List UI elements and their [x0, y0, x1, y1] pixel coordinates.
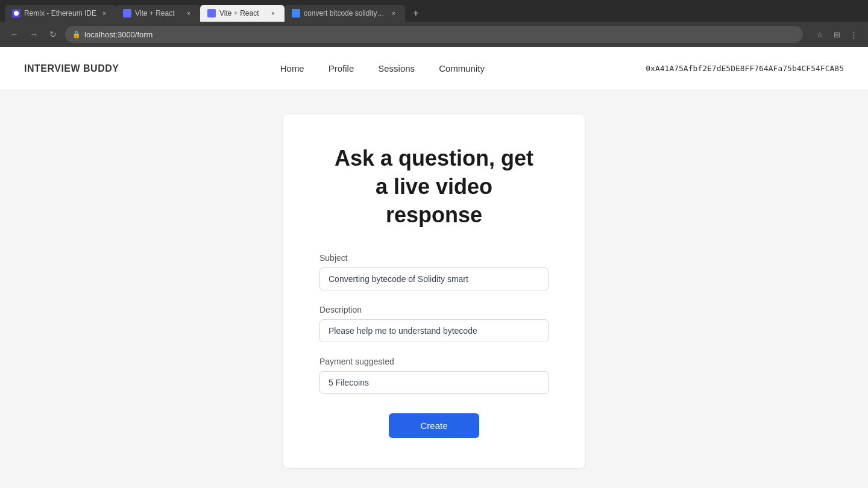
vite1-favicon — [123, 9, 131, 17]
tab-vite1-title: Vite + React — [135, 9, 181, 17]
vite2-favicon — [207, 9, 216, 17]
subject-input[interactable] — [319, 267, 549, 290]
forward-button[interactable]: → — [27, 27, 41, 42]
browser-chrome: Remix - Ethereum IDE × Vite + React × Vi… — [0, 0, 868, 47]
reload-button[interactable]: ↻ — [46, 27, 60, 42]
tab-remix-close[interactable]: × — [100, 9, 108, 17]
payment-input[interactable] — [319, 371, 549, 394]
subject-group: Subject — [319, 253, 549, 290]
nav-home[interactable]: Home — [280, 58, 304, 78]
url-bar[interactable]: 🔒 localhost:3000/form — [65, 26, 803, 43]
lock-icon: 🔒 — [72, 31, 81, 39]
google-favicon — [292, 9, 300, 17]
nav-brand: INTERVIEW BUDDY — [24, 63, 119, 74]
tab-remix[interactable]: Remix - Ethereum IDE × — [5, 5, 116, 22]
menu-button[interactable]: ⋮ — [846, 27, 861, 42]
description-input[interactable] — [319, 319, 549, 342]
url-text: localhost:3000/form — [84, 30, 153, 39]
payment-group: Payment suggested — [319, 357, 549, 394]
payment-label: Payment suggested — [319, 357, 549, 366]
form-heading: Ask a question, get a live video respons… — [319, 145, 549, 229]
bookmark-button[interactable]: ☆ — [813, 27, 827, 42]
tab-google-title: convert bitcode solidity - Goo... — [304, 9, 386, 17]
navbar: INTERVIEW BUDDY Home Profile Sessions Co… — [0, 47, 868, 90]
main-content: Ask a question, get a live video respons… — [0, 90, 868, 488]
heading-line1: Ask a question, get — [335, 146, 533, 170]
nav-sessions[interactable]: Sessions — [378, 58, 415, 78]
heading-line3: response — [386, 202, 482, 227]
create-button[interactable]: Create — [389, 413, 479, 438]
tab-vite2[interactable]: Vite + React × — [200, 5, 285, 22]
nav-links: Home Profile Sessions Community — [280, 58, 485, 78]
description-group: Description — [319, 305, 549, 342]
page-content: INTERVIEW BUDDY Home Profile Sessions Co… — [0, 47, 868, 488]
remix-favicon — [12, 9, 20, 17]
tab-google[interactable]: convert bitcode solidity - Goo... × — [285, 5, 405, 22]
form-card: Ask a question, get a live video respons… — [283, 114, 585, 468]
tab-vite2-close[interactable]: × — [269, 9, 277, 17]
subject-label: Subject — [319, 253, 549, 263]
tab-vite1-close[interactable]: × — [184, 9, 193, 17]
tab-vite2-title: Vite + React — [219, 9, 265, 17]
wallet-address: 0xA41A75Afbf2E7dE5DE8FF764AFa75b4CF54FCA… — [646, 64, 844, 73]
browser-actions: ☆ ⊞ ⋮ — [813, 27, 861, 42]
extensions-button[interactable]: ⊞ — [829, 27, 844, 42]
tab-remix-title: Remix - Ethereum IDE — [24, 9, 96, 17]
heading-line2: a live video — [376, 174, 492, 199]
tab-bar: Remix - Ethereum IDE × Vite + React × Vi… — [0, 0, 868, 22]
tab-vite1[interactable]: Vite + React × — [116, 5, 200, 22]
address-bar: ← → ↻ 🔒 localhost:3000/form ☆ ⊞ ⋮ — [0, 22, 868, 47]
tab-google-close[interactable]: × — [389, 9, 398, 17]
description-label: Description — [319, 305, 549, 314]
back-button[interactable]: ← — [7, 27, 22, 42]
new-tab-button[interactable]: + — [407, 5, 424, 22]
nav-profile[interactable]: Profile — [329, 58, 354, 78]
svg-point-0 — [14, 11, 19, 16]
nav-community[interactable]: Community — [439, 58, 485, 78]
